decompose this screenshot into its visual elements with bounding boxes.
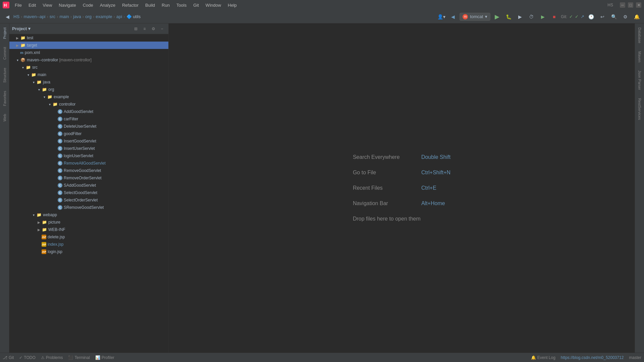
menu-code[interactable]: Code <box>80 2 96 8</box>
tree-item-webapp[interactable]: ▾ 📁 webapp <box>9 211 168 219</box>
status-todo[interactable]: ✓ TODO <box>19 355 35 360</box>
tree-item-example[interactable]: ▾ 📁 example <box>9 93 168 101</box>
menu-git[interactable]: Git <box>191 2 202 8</box>
tree-item-AddGoodServlet[interactable]: C AddGoodServlet <box>9 108 168 115</box>
menu-file[interactable]: File <box>12 2 24 8</box>
panel-close-button[interactable]: − <box>158 25 166 33</box>
menu-edit[interactable]: Edit <box>26 2 39 8</box>
tree-item-controllor[interactable]: ▾ 📁 controllor <box>9 101 168 108</box>
git-check1[interactable]: ✓ <box>569 14 573 19</box>
panel-actions: ⊞ ≡ ⚙ − <box>132 25 166 33</box>
run-button[interactable]: ▶ <box>492 12 502 21</box>
tree-item-InsertUserServlet[interactable]: C InsertUserServlet <box>9 145 168 152</box>
menu-tools[interactable]: Tools <box>174 2 189 8</box>
tree-item-pom[interactable]: m pom.xml <box>9 49 168 56</box>
breadcrumb-src[interactable]: src <box>50 14 55 19</box>
tree-item-target[interactable]: ▶ 📁 target <box>9 42 168 49</box>
menu-window[interactable]: Window <box>203 2 224 8</box>
tree-item-goodFilter[interactable]: C goodFilter <box>9 130 168 137</box>
tree-item-main[interactable]: ▾ 📁 main <box>9 71 168 78</box>
left-tab-web[interactable]: Web <box>3 113 7 123</box>
menu-run[interactable]: Run <box>159 2 172 8</box>
breadcrumb-org[interactable]: org <box>85 14 92 19</box>
folder-example-icon: 📁 <box>47 94 52 100</box>
tree-item-picture[interactable]: ▶ 📁 picture <box>9 219 168 226</box>
left-tab-project[interactable]: Project <box>3 26 7 40</box>
left-tab-commit[interactable]: Commit <box>3 46 7 61</box>
tomcat-button[interactable]: m tomcat ▾ <box>460 13 490 21</box>
git-arrow[interactable]: ↗ <box>581 14 584 19</box>
search-button[interactable]: 🔍 <box>609 12 619 21</box>
tree-item-src[interactable]: ▾ 📁 src <box>9 64 168 71</box>
tree-item-delete-jsp[interactable]: JSP delete.jsp <box>9 233 168 241</box>
right-tab-database[interactable]: Database <box>638 26 642 45</box>
tree-item-org[interactable]: ▾ 📁 org <box>9 86 168 93</box>
file-tree[interactable]: ▶ 📁 test ▶ 📁 target m pom.xml ▾ <box>9 34 168 353</box>
back-button[interactable]: ◀ <box>3 12 12 21</box>
rollback-button[interactable]: ↩ <box>598 12 607 21</box>
tree-item-test[interactable]: ▶ 📁 test <box>9 34 168 42</box>
menu-build[interactable]: Build <box>143 2 158 8</box>
right-tab-restservices[interactable]: RestServices <box>638 97 642 121</box>
tree-item-carFilter[interactable]: C carFilter <box>9 115 168 123</box>
tree-item-SelectGoodServlet[interactable]: C SelectGoodServlet <box>9 189 168 196</box>
left-tab-structure[interactable]: Structure <box>3 66 7 84</box>
menu-view[interactable]: View <box>40 2 55 8</box>
right-tab-maven[interactable]: Maven <box>638 50 642 64</box>
breadcrumb-example[interactable]: example <box>96 14 112 19</box>
tree-item-loginUserServlet[interactable]: C loginUserServlet <box>9 152 168 160</box>
jsp-icon: JSP <box>42 235 46 239</box>
left-tab-favorites[interactable]: Favorites <box>3 89 7 107</box>
user-button[interactable]: 👤▾ <box>437 12 446 21</box>
menu-refactor[interactable]: Refactor <box>119 2 141 8</box>
tree-item-maven-controllor[interactable]: ▾ 📦 maven--controllor [maven-controllor] <box>9 56 168 64</box>
tree-item-webinf[interactable]: ▶ 📁 WEB-INF <box>9 226 168 233</box>
run-again-button[interactable]: ▶ <box>538 12 547 21</box>
welcome-navbar-label: Navigation Bar <box>353 200 413 206</box>
tree-item-SAddGoodServlet[interactable]: C SAddGoodServlet <box>9 182 168 189</box>
tree-item-RemoveAllGoodServlet[interactable]: C RemoveAllGoodServlet <box>9 160 168 167</box>
tree-item-login-jsp[interactable]: JSP login.jsp <box>9 248 168 255</box>
menu-analyze[interactable]: Analyze <box>97 2 118 8</box>
panel-collapse-button[interactable]: ≡ <box>141 25 148 33</box>
status-profiler[interactable]: 📊 Profiler <box>95 355 114 360</box>
coverage-button[interactable]: ▶ <box>515 12 525 21</box>
stop-button[interactable]: ■ <box>549 12 559 21</box>
breadcrumb-api[interactable]: api <box>116 14 122 19</box>
status-problems[interactable]: ⚠ Problems <box>41 355 63 360</box>
status-terminal[interactable]: ⬛ Terminal <box>68 355 90 360</box>
breadcrumb-java[interactable]: java <box>73 14 81 19</box>
status-git[interactable]: ⎇ Git <box>3 355 14 360</box>
panel-locate-button[interactable]: ⊞ <box>132 25 140 33</box>
notifications-button[interactable]: 🔔 <box>632 12 641 21</box>
breadcrumb-maven-api[interactable]: maven--api <box>23 14 45 19</box>
tree-item-index-jsp[interactable]: JSP index.jsp <box>9 241 168 248</box>
tree-label-InsertUserServlet: InsertUserServlet <box>64 146 95 151</box>
profiler-button[interactable]: ⏱ <box>527 12 536 21</box>
history-button[interactable]: 🕐 <box>586 12 596 21</box>
main-layout: Project Commit Structure Favorites Web P… <box>0 23 644 353</box>
panel-settings-button[interactable]: ⚙ <box>150 25 157 33</box>
close-button[interactable]: ✕ <box>636 2 641 8</box>
tree-item-RemoveOrderServlet[interactable]: C RemoveOrderServlet <box>9 174 168 182</box>
git-check2[interactable]: ✓ <box>575 14 579 19</box>
tree-item-SelectOrderServlet[interactable]: C SelectOrderServlet <box>9 196 168 204</box>
settings-button[interactable]: ⚙ <box>621 12 630 21</box>
tree-item-InsertGoodServlet[interactable]: C InsertGoodServlet <box>9 137 168 145</box>
tree-item-java[interactable]: ▾ 📁 java <box>9 78 168 86</box>
tree-item-RemoveGoodServlet[interactable]: C RemoveGoodServlet <box>9 167 168 174</box>
breadcrumb-main[interactable]: main <box>59 14 69 19</box>
nav-back-button[interactable]: ◀ <box>448 12 458 21</box>
maximize-button[interactable]: □ <box>628 2 633 8</box>
menu-navigate[interactable]: Navigate <box>56 2 78 8</box>
menu-help[interactable]: Help <box>225 2 239 8</box>
status-event-log[interactable]: 🔔 Event Log <box>531 355 555 360</box>
debug-button[interactable]: 🐛 <box>504 12 513 21</box>
tree-item-SRemoveGoodServlet[interactable]: C SRemoveGoodServlet <box>9 204 168 211</box>
breadcrumb-hs[interactable]: HS <box>13 14 19 19</box>
folder-webapp-icon: 📁 <box>36 212 42 218</box>
minimize-button[interactable]: ─ <box>620 2 625 8</box>
servlet-icon: C <box>58 117 62 121</box>
right-tab-json-parser[interactable]: Json Parser <box>638 69 642 92</box>
tree-item-DeleteUserServlet[interactable]: C DeleteUserServlet <box>9 123 168 130</box>
